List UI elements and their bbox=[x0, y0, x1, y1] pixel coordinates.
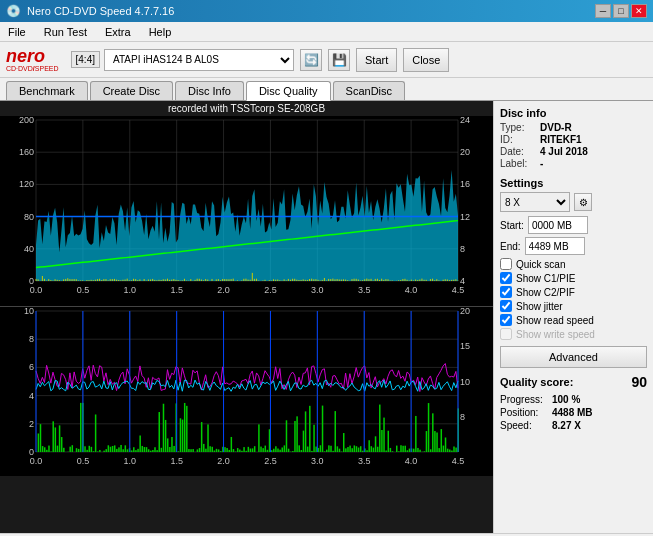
chart-title: recorded with TSSTcorp SE-208GB bbox=[0, 101, 493, 116]
show-jitter-row: Show jitter bbox=[500, 300, 647, 312]
start-row: Start: bbox=[500, 216, 647, 234]
menu-bar: File Run Test Extra Help bbox=[0, 22, 653, 42]
quality-score-value: 90 bbox=[631, 374, 647, 390]
show-c2pif-checkbox[interactable] bbox=[500, 286, 512, 298]
end-input[interactable] bbox=[525, 237, 585, 255]
disc-info-title: Disc info bbox=[500, 107, 647, 119]
progress-value: 100 % bbox=[552, 394, 580, 405]
position-row: Position: 4488 MB bbox=[500, 407, 647, 418]
tabs-bar: Benchmark Create Disc Disc Info Disc Qua… bbox=[0, 78, 653, 101]
main-content: recorded with TSSTcorp SE-208GB Disc inf… bbox=[0, 101, 653, 533]
drive-dropdown[interactable]: ATAPI iHAS124 B AL0S bbox=[104, 49, 294, 71]
refresh-icon[interactable]: 🔄 bbox=[300, 49, 322, 71]
chart-bottom bbox=[0, 306, 493, 476]
settings-section: Settings 8 X ⚙ Start: End: Quick scan bbox=[500, 177, 647, 368]
end-label: End: bbox=[500, 241, 521, 252]
type-value: DVD-R bbox=[540, 122, 572, 133]
quick-scan-checkbox[interactable] bbox=[500, 258, 512, 270]
tab-benchmark[interactable]: Benchmark bbox=[6, 81, 88, 100]
show-c2pif-label: Show C2/PIF bbox=[516, 287, 575, 298]
menu-extra[interactable]: Extra bbox=[101, 25, 135, 39]
end-row: End: bbox=[500, 237, 647, 255]
close-button[interactable]: ✕ bbox=[631, 4, 647, 18]
date-value: 4 Jul 2018 bbox=[540, 146, 588, 157]
settings-title: Settings bbox=[500, 177, 647, 189]
show-read-speed-label: Show read speed bbox=[516, 315, 594, 326]
chart-area: recorded with TSSTcorp SE-208GB bbox=[0, 101, 493, 533]
label-label: Label: bbox=[500, 158, 540, 169]
show-c2pif-row: Show C2/PIF bbox=[500, 286, 647, 298]
position-value: 4488 MB bbox=[552, 407, 593, 418]
disc-label-row: Label: - bbox=[500, 158, 647, 169]
menu-file[interactable]: File bbox=[4, 25, 30, 39]
show-write-speed-row: Show write speed bbox=[500, 328, 647, 340]
progress-label: Progress: bbox=[500, 394, 548, 405]
position-label: Position: bbox=[500, 407, 548, 418]
nero-logo: nero CD·DVD/SPEED bbox=[6, 47, 59, 72]
quality-score-row: Quality score: 90 bbox=[500, 374, 647, 390]
drive-selector: [4:4] ATAPI iHAS124 B AL0S bbox=[71, 49, 294, 71]
title-bar-left: 💿 Nero CD-DVD Speed 4.7.7.16 bbox=[6, 4, 174, 18]
start-input[interactable] bbox=[528, 216, 588, 234]
speed-icon[interactable]: ⚙ bbox=[574, 193, 592, 211]
type-label: Type: bbox=[500, 122, 540, 133]
progress-section: Progress: 100 % Position: 4488 MB Speed:… bbox=[500, 394, 647, 431]
start-label: Start: bbox=[500, 220, 524, 231]
speed-select[interactable]: 8 X bbox=[500, 192, 570, 212]
quick-scan-label: Quick scan bbox=[516, 259, 565, 270]
nero-logo-text: nero bbox=[6, 47, 59, 65]
tab-scan-disc[interactable]: ScanDisc bbox=[333, 81, 405, 100]
disc-id-row: ID: RITEKF1 bbox=[500, 134, 647, 145]
nero-sub-text: CD·DVD/SPEED bbox=[6, 65, 59, 72]
disc-type-row: Type: DVD-R bbox=[500, 122, 647, 133]
show-write-speed-label: Show write speed bbox=[516, 329, 595, 340]
speed-value-progress: 8.27 X bbox=[552, 420, 581, 431]
chart-top bbox=[0, 116, 493, 306]
show-c1pie-row: Show C1/PIE bbox=[500, 272, 647, 284]
speed-row-progress: Speed: 8.27 X bbox=[500, 420, 647, 431]
drive-label: [4:4] bbox=[71, 51, 100, 68]
speed-label-progress: Speed: bbox=[500, 420, 548, 431]
quality-score-label: Quality score: bbox=[500, 376, 573, 388]
show-read-speed-checkbox[interactable] bbox=[500, 314, 512, 326]
tab-create-disc[interactable]: Create Disc bbox=[90, 81, 173, 100]
tab-disc-quality[interactable]: Disc Quality bbox=[246, 81, 331, 101]
title-bar: 💿 Nero CD-DVD Speed 4.7.7.16 ─ □ ✕ bbox=[0, 0, 653, 22]
quick-scan-row: Quick scan bbox=[500, 258, 647, 270]
disc-info-section: Disc info Type: DVD-R ID: RITEKF1 Date: … bbox=[500, 107, 647, 169]
show-jitter-checkbox[interactable] bbox=[500, 300, 512, 312]
show-c1pie-label: Show C1/PIE bbox=[516, 273, 575, 284]
progress-row: Progress: 100 % bbox=[500, 394, 647, 405]
speed-row: 8 X ⚙ bbox=[500, 192, 647, 212]
app-icon: 💿 bbox=[6, 4, 21, 18]
disc-date-row: Date: 4 Jul 2018 bbox=[500, 146, 647, 157]
label-value: - bbox=[540, 158, 543, 169]
tab-disc-info[interactable]: Disc Info bbox=[175, 81, 244, 100]
toolbar: nero CD·DVD/SPEED [4:4] ATAPI iHAS124 B … bbox=[0, 42, 653, 78]
title-bar-controls[interactable]: ─ □ ✕ bbox=[595, 4, 647, 18]
show-jitter-label: Show jitter bbox=[516, 301, 563, 312]
side-panel: Disc info Type: DVD-R ID: RITEKF1 Date: … bbox=[493, 101, 653, 533]
menu-help[interactable]: Help bbox=[145, 25, 176, 39]
start-button[interactable]: Start bbox=[356, 48, 397, 72]
id-label: ID: bbox=[500, 134, 540, 145]
minimize-button[interactable]: ─ bbox=[595, 4, 611, 18]
window-title: Nero CD-DVD Speed 4.7.7.16 bbox=[27, 5, 174, 17]
advanced-button[interactable]: Advanced bbox=[500, 346, 647, 368]
date-label: Date: bbox=[500, 146, 540, 157]
maximize-button[interactable]: □ bbox=[613, 4, 629, 18]
close-toolbar-button[interactable]: Close bbox=[403, 48, 449, 72]
show-c1pie-checkbox[interactable] bbox=[500, 272, 512, 284]
id-value: RITEKF1 bbox=[540, 134, 582, 145]
save-icon[interactable]: 💾 bbox=[328, 49, 350, 71]
show-read-speed-row: Show read speed bbox=[500, 314, 647, 326]
menu-run-test[interactable]: Run Test bbox=[40, 25, 91, 39]
show-write-speed-checkbox bbox=[500, 328, 512, 340]
